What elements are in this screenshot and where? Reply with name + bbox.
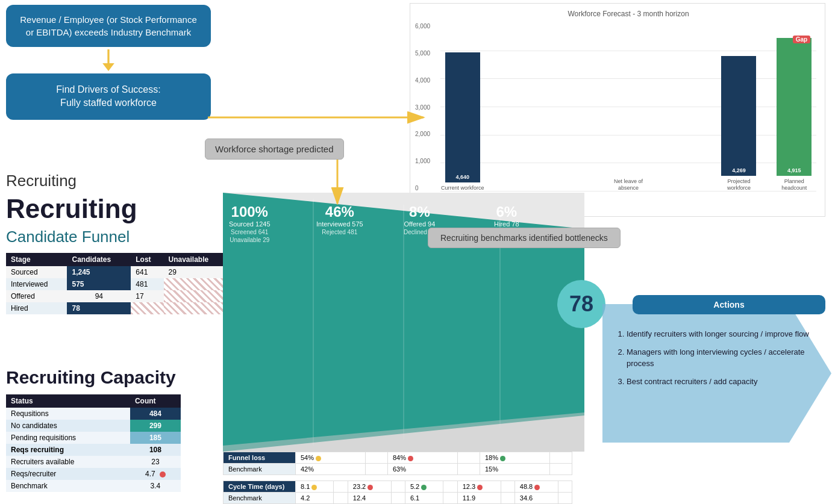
actions-list: Identify recruiters with longer sourcing… xyxy=(615,328,819,393)
bar-planned-headcount: Gap 4,915 Planned headcount xyxy=(772,23,816,191)
list-item: Managers with long interviewing cycles /… xyxy=(627,346,819,370)
bar-estimated-turnover: 1,067 Estimated turnover xyxy=(551,0,595,191)
recruiting-label: Recruiting xyxy=(6,172,77,190)
status-col-header: Status xyxy=(6,394,130,408)
list-item: Best contract recruiters / add capacity xyxy=(627,376,819,388)
table-row: Recruiters available 23 xyxy=(6,456,181,468)
dot-icon xyxy=(477,485,483,490)
table-row: Reqs/recruiter 4.7 xyxy=(6,468,181,480)
dot-icon xyxy=(316,456,321,461)
candidate-funnel-title: Candidate Funnel xyxy=(6,228,130,246)
table-row: No candidates 299 xyxy=(6,420,181,432)
recruiting-bold-text: Recruiting xyxy=(6,194,137,223)
svg-marker-1 xyxy=(102,63,114,71)
drivers-success-box: Find Drivers of Success: Fully staffed w… xyxy=(6,73,211,120)
table-row: Benchmark 4.2 12.4 6.1 11.9 34.6 xyxy=(224,493,572,504)
capacity-table-section: Status Count Requsitions 484 No candidat… xyxy=(6,394,181,492)
dot-icon xyxy=(500,456,505,461)
lost-col-header: Lost xyxy=(131,253,163,266)
table-row: Requsitions 484 xyxy=(6,408,181,420)
benchmarks-text: Recruiting benchmarks identified bottlen… xyxy=(440,233,608,243)
actions-box: Actions xyxy=(633,295,825,314)
table-row: Benchmark 3.4 xyxy=(6,480,181,492)
dot-icon xyxy=(408,456,413,461)
table-row: Benchmark 42% 63% 15% xyxy=(224,464,572,475)
chart-area: 0 1,000 2,000 3,000 4,000 5,000 6,000 4,… xyxy=(440,23,816,191)
candidates-col-header: Candidates xyxy=(67,253,131,266)
count-col-header: Count xyxy=(130,394,181,408)
red-dot xyxy=(160,471,166,478)
list-item: Identify recruiters with longer sourcing… xyxy=(627,328,819,340)
stage-table: Stage Candidates Lost Unavailable Source… xyxy=(6,253,229,314)
hired-number: 78 xyxy=(569,291,593,317)
action-2-text: Managers with long interviewing cycles /… xyxy=(627,347,805,369)
capacity-title: Recruiting Capacity xyxy=(6,367,176,388)
table-row: Offered 94 17 xyxy=(6,290,229,302)
stage-col-header: Stage xyxy=(6,253,67,266)
arrow-to-chart xyxy=(208,105,431,129)
drivers-line2: Fully staffed workforce xyxy=(17,96,200,110)
unavailable-col-header: Unavailable xyxy=(164,253,230,266)
cycle-time-table-section: Cycle Time (days) 8.1 23.2 5.2 12.3 48.8… xyxy=(223,481,572,504)
gap-label: Gap xyxy=(793,36,810,43)
dot-icon xyxy=(311,485,317,490)
shortage-text: Workforce shortage predicted xyxy=(215,144,334,154)
table-row: Pending requisitions 185 xyxy=(6,432,181,444)
shortage-callout: Workforce shortage predicted xyxy=(205,138,344,160)
candidate-funnel-text: Candidate Funnel xyxy=(6,228,130,246)
top-left-section: Revenue / Employee (or Stock Performance… xyxy=(6,5,211,120)
recruiting-title: Recruiting xyxy=(6,196,137,222)
table-row: Sourced 1,245 641 29 xyxy=(6,266,229,278)
funnel-loss-table: Funnel loss 54% 84% 18% Benchmark 42% 63… xyxy=(223,452,572,475)
industry-benchmark-text: Revenue / Employee (or Stock Performance… xyxy=(20,14,196,37)
table-row: Cycle Time (days) 8.1 23.2 5.2 12.3 48.8 xyxy=(224,481,572,493)
bar-projected-workforce: 4,269 Projected workforce xyxy=(717,23,762,191)
table-row: Interviewed 575 481 xyxy=(6,278,229,290)
recruiting-text: Recruiting xyxy=(6,172,77,190)
table-row: Funnel loss 54% 84% 18% xyxy=(224,452,572,464)
actions-title: Actions xyxy=(713,300,744,310)
funnel-loss-table-section: Funnel loss 54% 84% 18% Benchmark 42% 63… xyxy=(223,452,572,475)
hired-circle: 78 xyxy=(557,280,605,328)
cycle-time-table: Cycle Time (days) 8.1 23.2 5.2 12.3 48.8… xyxy=(223,481,572,504)
dot-icon xyxy=(421,485,427,490)
stage-table-section: Stage Candidates Lost Unavailable Source… xyxy=(6,253,229,314)
action-3-text: Best contract recruiters / add capacity xyxy=(627,377,757,386)
industry-benchmark-box: Revenue / Employee (or Stock Performance… xyxy=(6,5,211,47)
arrow-shortage-funnel xyxy=(325,157,349,211)
arrow-down-1 xyxy=(6,47,211,73)
bar-offers-accepted: 232 Offers accepted (est) xyxy=(496,0,540,191)
capacity-table: Status Count Requsitions 484 No candidat… xyxy=(6,394,181,492)
drivers-line1: Find Drivers of Success: xyxy=(17,83,200,96)
bar-forecast-hires: 510 Forecast hires xyxy=(661,0,706,191)
capacity-title-text: Recruiting Capacity xyxy=(6,367,176,387)
benchmarks-callout: Recruiting benchmarks identified bottlen… xyxy=(428,228,621,248)
table-row: Reqs recruiting 108 xyxy=(6,444,181,456)
dot-icon xyxy=(534,485,540,490)
table-row: Hired 78 xyxy=(6,302,229,314)
chart-bars: 4,640 Current workforce 232 Offers accep… xyxy=(440,23,816,191)
action-1-text: Identify recruiters with longer sourcing… xyxy=(627,329,809,338)
dot-icon xyxy=(367,485,373,490)
forecast-chart: Workforce Forecast - 3 month horizon 0 1… xyxy=(410,3,825,217)
bar-current-workforce: 4,640 Current workforce xyxy=(440,23,485,191)
bar-net-leave: Net leave of absence xyxy=(606,23,651,191)
